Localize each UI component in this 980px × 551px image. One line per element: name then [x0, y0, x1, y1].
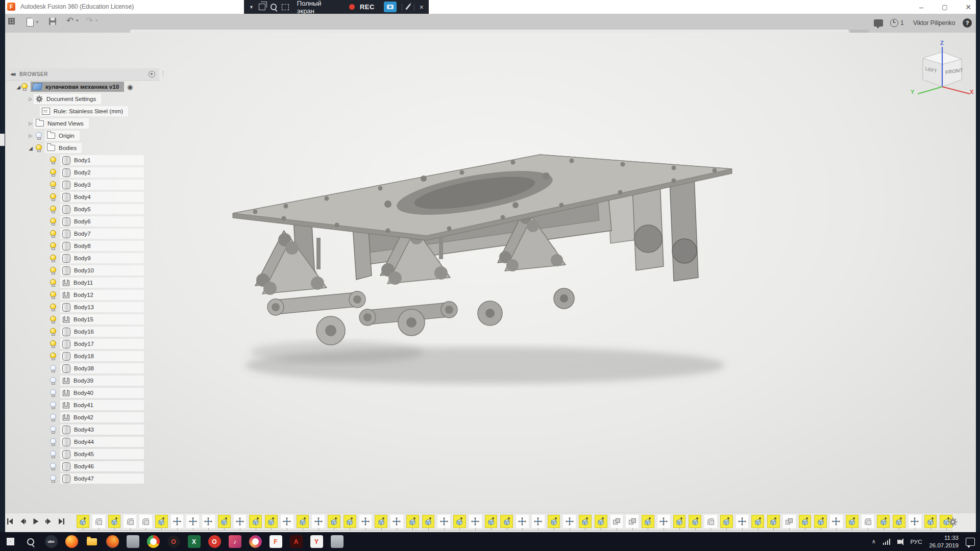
file-explorer-taskbar-icon[interactable] — [82, 532, 102, 551]
redo-button[interactable]: ↷▼ — [86, 16, 99, 25]
timeline-feature-extrude[interactable] — [485, 515, 498, 528]
go-to-start-button[interactable] — [6, 517, 14, 525]
visibility-bulb-icon[interactable] — [50, 365, 56, 371]
visibility-bulb-icon[interactable] — [50, 353, 56, 359]
visibility-bulb-icon[interactable] — [50, 402, 56, 408]
instagram-taskbar-icon[interactable] — [245, 532, 265, 551]
timeline-feature-move[interactable] — [563, 515, 576, 528]
timeline-feature-fillet[interactable] — [139, 515, 152, 528]
language-indicator[interactable]: РУС — [910, 539, 922, 545]
visibility-bulb-icon[interactable] — [50, 255, 56, 261]
body-row[interactable]: Body3 — [6, 179, 159, 191]
activate-component-icon[interactable]: ◉ — [127, 83, 133, 91]
visibility-bulb-icon[interactable] — [50, 438, 56, 444]
search-taskbar-icon[interactable] — [20, 532, 41, 551]
visibility-bulb-icon[interactable] — [21, 83, 28, 89]
firefox-taskbar-icon[interactable] — [61, 532, 82, 551]
excel-taskbar-icon[interactable]: X — [184, 532, 204, 551]
help-button[interactable]: ? — [963, 18, 972, 28]
timeline-feature-extrude[interactable] — [924, 515, 937, 528]
feedback-button[interactable] — [874, 19, 883, 27]
adobe-acrobat-taskbar-icon[interactable]: A — [286, 532, 306, 551]
timeline-feature-fillet[interactable] — [124, 515, 136, 528]
timeline-settings-gear-icon[interactable] — [948, 517, 958, 527]
timeline-feature-extrude[interactable] — [595, 515, 607, 528]
expand-icon[interactable]: ▷ — [28, 133, 34, 138]
chrome-taskbar-icon[interactable] — [143, 532, 163, 551]
user-account-button[interactable]: Viktor Pilipenko — [913, 19, 955, 27]
body-row[interactable]: Body17 — [6, 338, 159, 350]
opera-taskbar-icon[interactable]: O — [204, 532, 225, 551]
timeline-feature-extrude[interactable] — [893, 515, 905, 528]
timeline-feature-extrude[interactable] — [422, 515, 435, 528]
view-cube[interactable]: Z X Y LEFT FRONT — [909, 43, 975, 104]
recorder-region-select-icon[interactable] — [282, 4, 289, 10]
visibility-bulb-icon[interactable] — [50, 169, 56, 175]
recorder-zoom-icon[interactable] — [271, 4, 277, 10]
task-manager-taskbar-icon[interactable] — [122, 532, 143, 551]
body-row[interactable]: Body47 — [6, 472, 159, 485]
timeline-feature-extrude[interactable] — [77, 515, 89, 528]
opera-dark-taskbar-icon[interactable]: O — [163, 532, 184, 551]
body-row[interactable]: Body18 — [6, 350, 159, 362]
body-row[interactable]: Body11 — [6, 277, 159, 289]
tree-row-document-settings[interactable]: ▷ Document Settings — [6, 93, 159, 105]
timeline-feature-move[interactable] — [532, 515, 545, 528]
visibility-bulb-icon[interactable] — [50, 377, 56, 383]
timeline-feature-extrude[interactable] — [579, 515, 592, 528]
fusion-360-taskbar-icon[interactable]: F — [265, 532, 286, 551]
visibility-bulb-icon[interactable] — [50, 463, 56, 469]
timeline-feature-extrude[interactable] — [218, 515, 231, 528]
timeline-feature-move[interactable] — [830, 515, 843, 528]
visibility-bulb-icon[interactable] — [50, 291, 56, 297]
browser-header[interactable]: ◀◀ BROWSER — [6, 68, 159, 81]
body-row[interactable]: Body1 — [6, 154, 159, 166]
visibility-bulb-icon[interactable] — [36, 144, 42, 151]
body-row[interactable]: Body12 — [6, 289, 159, 301]
timeline-feature-move[interactable] — [736, 515, 749, 528]
timeline-feature-extrude[interactable] — [673, 515, 686, 528]
body-row[interactable]: Body7 — [6, 228, 159, 240]
body-row[interactable]: Body39 — [6, 374, 159, 387]
timeline-feature-move[interactable] — [390, 515, 403, 528]
visibility-bulb-icon[interactable] — [50, 230, 56, 236]
body-row[interactable]: Body6 — [6, 215, 159, 228]
photos-taskbar-icon[interactable] — [327, 532, 347, 551]
visibility-bulb-icon[interactable] — [50, 450, 56, 457]
play-button[interactable] — [32, 517, 40, 525]
timeline-feature-fillet[interactable] — [862, 515, 874, 528]
timeline-feature-move[interactable] — [312, 515, 325, 528]
hidden-icons-chevron-icon[interactable]: ∧ — [872, 538, 876, 545]
timeline-feature-extrude[interactable] — [642, 515, 654, 528]
visibility-bulb-icon[interactable] — [50, 206, 56, 212]
body-row[interactable]: Body42 — [6, 411, 159, 423]
visibility-bulb-icon[interactable] — [50, 340, 56, 346]
annotate-pencil-icon[interactable] — [405, 4, 411, 10]
step-forward-button[interactable] — [44, 517, 53, 525]
collapse-panel-icon[interactable]: ◀◀ — [10, 72, 14, 77]
recorder-fullscreen-label[interactable]: Полный экран — [297, 0, 339, 15]
visibility-bulb-icon[interactable] — [50, 157, 56, 163]
timeline-feature-extrude[interactable] — [328, 515, 340, 528]
tree-root-row[interactable]: ◢ кулачковая механика v10 ◉ — [6, 81, 159, 93]
timeline-feature-combine[interactable] — [626, 515, 639, 528]
visibility-bulb-icon[interactable] — [50, 316, 56, 322]
body-row[interactable]: Body15 — [6, 313, 159, 325]
timeline-feature-extrude[interactable] — [406, 515, 419, 528]
start-taskbar-icon[interactable] — [0, 532, 20, 551]
ubn-app-taskbar-icon[interactable]: ubn — [41, 532, 61, 551]
timeline-feature-extrude[interactable] — [375, 515, 387, 528]
recorder-menu-caret-icon[interactable]: ▼ — [249, 5, 254, 10]
timeline-feature-move[interactable] — [437, 515, 450, 528]
timeline-feature-extrude[interactable] — [720, 515, 733, 528]
body-row[interactable]: Body8 — [6, 240, 159, 252]
timeline-feature-move[interactable] — [281, 515, 293, 528]
visibility-bulb-icon[interactable] — [50, 279, 56, 285]
timeline-feature-extrude[interactable] — [500, 515, 513, 528]
timeline-feature-extrude[interactable] — [799, 515, 812, 528]
body-row[interactable]: Body5 — [6, 203, 159, 215]
visibility-bulb-icon[interactable] — [50, 426, 56, 432]
notification-center-icon[interactable] — [966, 538, 975, 546]
body-row[interactable]: Body4 — [6, 191, 159, 203]
file-menu-button[interactable]: ▼ — [27, 18, 39, 27]
